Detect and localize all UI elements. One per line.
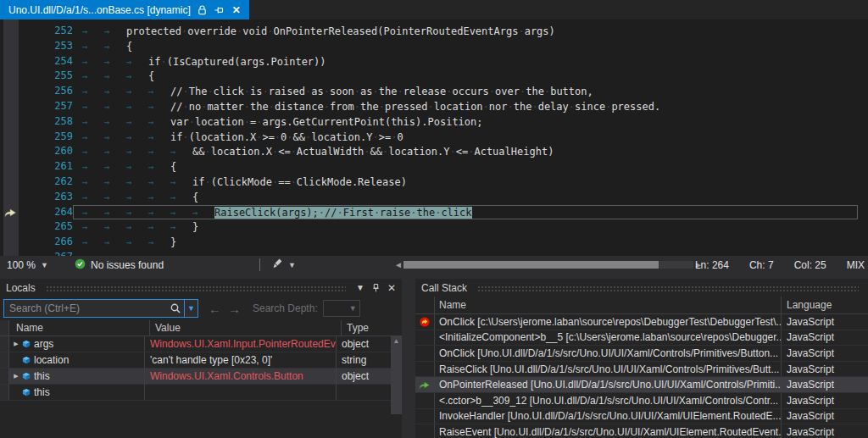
code-line[interactable]: 266→→→→}: [0, 235, 868, 250]
code-cleanup-button[interactable]: ▼: [271, 256, 296, 274]
code-text[interactable]: →→→→→{: [73, 190, 858, 205]
breakpoint-margin[interactable]: [0, 130, 25, 145]
breakpoint-margin[interactable]: [0, 39, 25, 54]
code-text[interactable]: →→→→}: [73, 235, 858, 250]
breakpoint-margin[interactable]: [0, 205, 25, 220]
stack-frame-row[interactable]: RaiseEvent [Uno.UI.dll/D/a/1/s/src/Uno.U…: [415, 424, 868, 438]
expander-icon[interactable]: ▶: [11, 341, 21, 347]
scrollbar-thumb[interactable]: [403, 261, 659, 269]
code-line[interactable]: 267→→→: [0, 250, 868, 256]
close-icon[interactable]: ✕: [232, 4, 241, 16]
search-prev-icon[interactable]: ←: [209, 302, 221, 316]
search-next-icon[interactable]: →: [228, 302, 241, 316]
code-text[interactable]: →→→→var·location·=·args.GetCurrentPoint(…: [73, 114, 858, 130]
code-line[interactable]: 264→→→→→→RaiseClick(args);·//·First·rais…: [0, 205, 868, 220]
code-text[interactable]: →→→→→if·(ClickMode·==·ClickMode.Release): [73, 175, 858, 190]
table-row[interactable]: ▶argsWindows.UI.Xaml.Input.PointerRouted…: [0, 336, 402, 352]
breakpoint-margin[interactable]: [0, 69, 25, 84]
code-editor[interactable]: 252→→protected·override·void·OnPointerRe…: [0, 19, 868, 256]
column-header-type[interactable]: Type: [342, 320, 402, 335]
drag-grip[interactable]: [46, 286, 346, 291]
code-line[interactable]: 253→→{: [0, 39, 868, 54]
code-line[interactable]: 260→→→→→&&·location.X·<=·ActualWidth·&&·…: [0, 144, 868, 159]
zoom-level-select[interactable]: 100 % ▼: [7, 256, 48, 274]
stack-frame-row[interactable]: OnClick [Uno.UI.dll/D/a/1/s/src/Uno.UI/U…: [415, 346, 868, 362]
stack-frame-row[interactable]: OnPointerReleased [Uno.UI.dll/D/a/1/s/sr…: [415, 377, 868, 393]
column-header-name[interactable]: Name: [435, 297, 782, 313]
code-line[interactable]: 256→→→→//·The·click·is·raised·as·soon·as…: [0, 84, 868, 99]
code-text[interactable]: →→→→→→RaiseClick(args);·//·First·raise·t…: [73, 205, 858, 220]
table-row[interactable]: ▶thisWindows.UI.Xaml.Controls.Buttonobje…: [0, 369, 402, 385]
document-tab[interactable]: Uno.UI.dll/D/a/1/s...onBase.cs [dynamic]…: [0, 0, 249, 19]
drag-grip[interactable]: [477, 286, 859, 291]
search-depth-select[interactable]: ▼: [323, 300, 360, 317]
vertical-scrollbar[interactable]: ▲: [391, 336, 402, 414]
breakpoint-margin[interactable]: [0, 219, 25, 235]
code-text[interactable]: →→→→→&&·location.X·<=·ActualWidth·&&·loc…: [73, 144, 858, 159]
expander-icon[interactable]: ▶: [11, 373, 21, 380]
window-menu-icon[interactable]: ▼: [356, 283, 364, 292]
breakpoint-margin[interactable]: [0, 159, 25, 175]
panel-divider[interactable]: [402, 279, 415, 438]
issues-indicator[interactable]: No issues found: [75, 256, 164, 274]
code-text[interactable]: →→→→//·no·matter·the·distance·from·the·p…: [73, 99, 858, 114]
code-text[interactable]: →→{: [73, 39, 858, 54]
locals-title-bar[interactable]: Locals ▼ ✕: [0, 279, 402, 297]
horizontal-scrollbar[interactable]: ◄ ►: [393, 256, 704, 274]
code-text[interactable]: →→protected·override·void·OnPointerRelea…: [73, 24, 858, 39]
code-text[interactable]: →→→: [73, 250, 858, 256]
whitespace-tab-icon: →: [126, 69, 148, 84]
variable-name-cell: location: [9, 352, 145, 368]
scrollbar-track[interactable]: [403, 261, 693, 269]
stack-frame-row[interactable]: RaiseClick [Uno.UI.dll/D/a/1/s/src/Uno.U…: [415, 362, 868, 378]
close-icon[interactable]: ✕: [387, 282, 396, 294]
stack-frame-row[interactable]: InvokeHandler [Uno.UI.dll/D/a/1/s/src/Un…: [415, 409, 868, 425]
search-input[interactable]: Search (Ctrl+E): [3, 299, 185, 318]
column-header-name[interactable]: Name: [9, 320, 150, 335]
code-text[interactable]: →→→{: [73, 69, 858, 84]
breakpoint-margin[interactable]: [0, 99, 25, 114]
scroll-up-icon[interactable]: ▲: [393, 336, 400, 414]
line-number: 254: [25, 54, 73, 69]
breakpoint-margin[interactable]: [0, 24, 25, 39]
code-line[interactable]: 254→→→if·(IsCaptured(args.Pointer)): [0, 54, 868, 69]
code-line[interactable]: 261→→→→{: [0, 159, 868, 175]
column-header-language[interactable]: Language: [782, 297, 868, 313]
whitespace-tab-icon: →: [148, 206, 170, 220]
scroll-left-icon[interactable]: ◄: [393, 260, 403, 269]
table-row[interactable]: location'can't handle type [0x23, 0]'str…: [0, 352, 402, 369]
stack-frame-row[interactable]: <.cctor>b__309_12 [Uno.UI.dll/D/a/1/s/sr…: [415, 393, 868, 409]
table-row[interactable]: this: [0, 385, 402, 401]
line-number: 264: [25, 205, 73, 220]
code-line[interactable]: 257→→→→//·no·matter·the·distance·from·th…: [0, 99, 868, 114]
line-number: 261: [25, 159, 73, 175]
code-line[interactable]: 259→→→→if·(location.X·>=·0·&&·location.Y…: [0, 130, 868, 145]
code-line[interactable]: 265→→→→→}: [0, 219, 868, 235]
code-text[interactable]: →→→→→}: [73, 219, 858, 235]
code-text[interactable]: →→→→{: [73, 159, 858, 175]
code-line[interactable]: 258→→→→var·location·=·args.GetCurrentPoi…: [0, 114, 868, 130]
brush-icon: [271, 258, 283, 272]
breakpoint-margin[interactable]: [0, 250, 25, 256]
breakpoint-margin[interactable]: [0, 84, 25, 99]
code-text[interactable]: →→→→if·(location.X·>=·0·&&·location.Y·>=…: [73, 130, 858, 145]
code-line[interactable]: 262→→→→→if·(ClickMode·==·ClickMode.Relea…: [0, 175, 868, 190]
pin-icon[interactable]: [214, 5, 224, 15]
call-stack-title-bar[interactable]: Call Stack: [415, 279, 868, 297]
code-line[interactable]: 252→→protected·override·void·OnPointerRe…: [0, 24, 868, 39]
breakpoint-margin[interactable]: [0, 144, 25, 159]
code-line[interactable]: 263→→→→→{: [0, 190, 868, 205]
breakpoint-margin[interactable]: [0, 235, 25, 250]
breakpoint-margin[interactable]: [0, 54, 25, 69]
stack-frame-row[interactable]: <InitializeComponent>b__5 [c:\Users\jero…: [415, 330, 868, 347]
code-text[interactable]: →→→→//·The·click·is·raised·as·soon·as·th…: [73, 84, 858, 99]
stack-frame-row[interactable]: OnClick [c:\Users\jerome.laban\source\re…: [415, 314, 868, 330]
breakpoint-margin[interactable]: [0, 190, 25, 205]
breakpoint-margin[interactable]: [0, 114, 25, 130]
code-line[interactable]: 255→→→{: [0, 69, 868, 84]
column-header-value[interactable]: Value: [150, 320, 342, 335]
pin-icon[interactable]: [371, 283, 381, 293]
search-options-dropdown[interactable]: ▼: [185, 299, 198, 318]
breakpoint-margin[interactable]: [0, 175, 25, 190]
code-text[interactable]: →→→if·(IsCaptured(args.Pointer)): [73, 54, 858, 69]
